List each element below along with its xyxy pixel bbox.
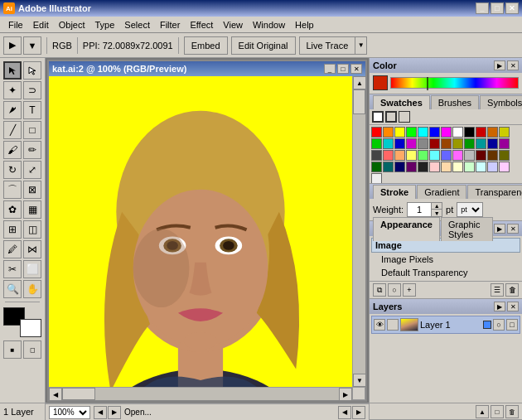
selection-tool-dropdown[interactable]: ▶ ▼: [3, 36, 41, 55]
color-panel-menu[interactable]: ▶: [494, 60, 505, 70]
swatch-item[interactable]: [452, 150, 463, 161]
hscroll-left[interactable]: ◀: [49, 388, 62, 400]
appearance-panel-controls[interactable]: ▶ ✕: [494, 224, 519, 234]
stroke-weight-input[interactable]: [408, 203, 431, 216]
line-tool[interactable]: ╱: [3, 121, 22, 139]
layers-panel-controls[interactable]: ▶ ✕: [494, 302, 519, 311]
swatch-item[interactable]: [487, 162, 498, 172]
appearance-circle-btn[interactable]: ○: [388, 283, 401, 297]
swatch-item[interactable]: [406, 127, 417, 138]
tab-transparency[interactable]: Transparency: [467, 185, 522, 199]
swatch-item[interactable]: [499, 138, 510, 149]
menu-filter[interactable]: Filter: [155, 18, 185, 31]
tab-appearance[interactable]: Appearance: [373, 217, 440, 241]
tab-graphic-styles[interactable]: Graphic Styles: [441, 217, 493, 241]
canvas-maximize-btn[interactable]: □: [337, 64, 349, 74]
selection-arrow[interactable]: ▶: [3, 36, 22, 55]
canvas-hscroll[interactable]: ◀ ▶: [49, 387, 352, 400]
appearance-pixels-item[interactable]: Image Pixels: [371, 253, 520, 266]
paintbrush-tool[interactable]: 🖌: [3, 141, 22, 159]
swatch-item[interactable]: [383, 150, 394, 161]
stroke-unit-select[interactable]: pt px mm: [457, 202, 483, 217]
menu-window[interactable]: Window: [248, 18, 290, 31]
menu-help[interactable]: Help: [290, 18, 319, 31]
swatch-item[interactable]: [371, 138, 382, 149]
hand-tool[interactable]: ✋: [23, 280, 41, 298]
menu-effect[interactable]: Effect: [185, 18, 218, 31]
swatch-item[interactable]: [441, 150, 452, 161]
swatch-item[interactable]: [441, 127, 452, 138]
swatch-item[interactable]: [383, 162, 394, 172]
canvas-content[interactable]: [49, 76, 352, 387]
layer-1-eye[interactable]: 👁: [374, 319, 385, 331]
swatch-item[interactable]: [394, 138, 405, 149]
selection-dropdown-btn[interactable]: ▼: [23, 36, 41, 55]
appearance-panel-close[interactable]: ✕: [507, 224, 519, 234]
pen-tool[interactable]: [3, 101, 22, 119]
scale-tool[interactable]: ⤢: [23, 161, 41, 179]
lasso-tool[interactable]: ⊃: [23, 81, 41, 99]
current-color-fg[interactable]: [373, 75, 388, 90]
selection-tool[interactable]: [3, 61, 22, 80]
appearance-link-btn[interactable]: ⧉: [373, 283, 386, 297]
warp-tool[interactable]: ⌒: [3, 181, 22, 199]
color-panel-header[interactable]: Color ▶ ✕: [370, 58, 522, 73]
swatches-panel-header[interactable]: Swatches Brushes Symbols ▶ ✕: [370, 94, 522, 109]
eraser-tool[interactable]: ⬜: [23, 260, 41, 278]
color-spectrum[interactable]: [390, 77, 519, 89]
layer-1-target[interactable]: ○: [493, 319, 505, 331]
swatch-item[interactable]: [452, 127, 463, 138]
column-graph-tool[interactable]: ▦: [23, 200, 41, 219]
menu-file[interactable]: File: [3, 18, 28, 31]
layers-new-layer-btn[interactable]: □: [491, 405, 504, 418]
hscroll-thumb[interactable]: [62, 388, 95, 400]
hscroll-track[interactable]: [62, 388, 339, 400]
symbol-sprayer-tool[interactable]: ✿: [3, 200, 22, 219]
free-transform-tool[interactable]: ⊠: [23, 181, 41, 199]
rotate-tool[interactable]: ↻: [3, 161, 22, 179]
hscroll-right[interactable]: ▶: [339, 388, 352, 400]
fill-btn[interactable]: ■: [3, 340, 22, 359]
color-panel-close[interactable]: ✕: [507, 60, 519, 70]
swatch-none-icon[interactable]: [399, 111, 410, 123]
layer-1-item[interactable]: 👁 Layer 1 ○ □: [371, 316, 520, 334]
blend-tool[interactable]: ⋈: [23, 240, 41, 258]
swatch-item[interactable]: [429, 162, 440, 172]
appearance-menu-btn[interactable]: ☰: [491, 283, 504, 297]
swatch-item[interactable]: [464, 150, 475, 161]
swatch-item[interactable]: [371, 173, 382, 183]
menu-select[interactable]: Select: [119, 18, 155, 31]
swatch-item[interactable]: [394, 127, 405, 138]
swatch-item[interactable]: [429, 150, 440, 161]
menu-type[interactable]: Type: [90, 18, 120, 31]
appearance-panel-menu[interactable]: ▶: [494, 224, 505, 234]
vscroll-down[interactable]: ▼: [353, 374, 365, 387]
swatch-item[interactable]: [394, 150, 405, 161]
color-panel-controls[interactable]: ▶ ✕: [494, 60, 519, 70]
swatch-item[interactable]: [499, 162, 510, 172]
embed-button[interactable]: Embed: [184, 36, 228, 55]
swatch-item[interactable]: [383, 138, 394, 149]
swatch-item[interactable]: [429, 127, 440, 138]
background-color[interactable]: [20, 319, 41, 337]
rectangle-tool[interactable]: □: [23, 121, 41, 139]
type-tool[interactable]: T: [23, 101, 41, 119]
swatch-item[interactable]: [406, 150, 417, 161]
swatch-item[interactable]: [383, 127, 394, 138]
menu-object[interactable]: Object: [54, 18, 90, 31]
layer-1-select[interactable]: □: [506, 319, 518, 331]
screen-mode-btn[interactable]: ◻: [23, 340, 41, 359]
layer-1-lock[interactable]: [387, 319, 399, 331]
swatch-item[interactable]: [464, 127, 475, 138]
swatch-item[interactable]: [371, 127, 382, 138]
swatch-item[interactable]: [476, 162, 486, 172]
stroke-panel-header[interactable]: Stroke Gradient Transparency ▶ ✕: [370, 184, 522, 199]
swatch-item[interactable]: [371, 150, 382, 161]
swatch-item[interactable]: [487, 138, 498, 149]
gradient-tool[interactable]: ◫: [23, 220, 41, 239]
swatch-item[interactable]: [452, 162, 463, 172]
minimize-button[interactable]: _: [476, 2, 489, 14]
swatch-item[interactable]: [394, 162, 405, 172]
scissors-tool[interactable]: ✂: [3, 260, 22, 278]
swatch-item[interactable]: [406, 138, 417, 149]
